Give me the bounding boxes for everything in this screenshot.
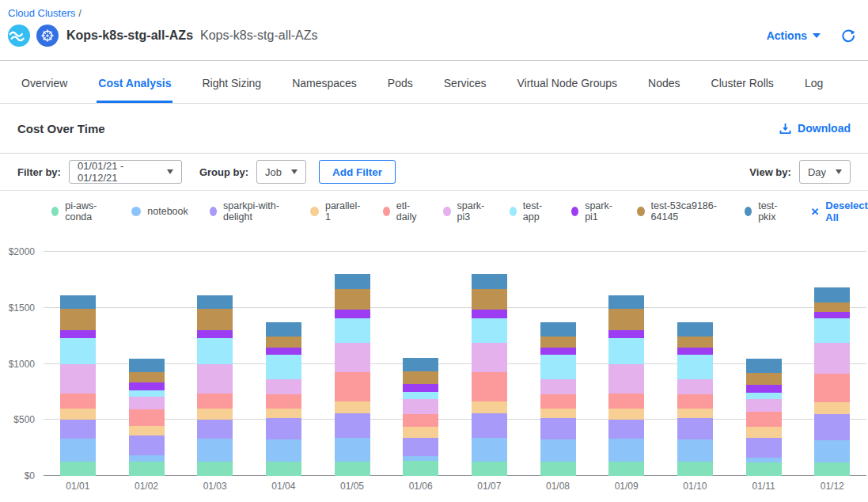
add-filter-button[interactable]: Add Filter bbox=[319, 160, 396, 184]
bar-segment-parallel-1[interactable] bbox=[60, 409, 96, 419]
bar-segment-test-app[interactable] bbox=[197, 338, 233, 364]
bar-segment-spark-pi1[interactable] bbox=[472, 310, 507, 318]
tab-virtual-node-groups[interactable]: Virtual Node Groups bbox=[515, 77, 619, 103]
bar-segment-spark-pi3[interactable] bbox=[335, 343, 370, 372]
stacked-bar-01/07[interactable] bbox=[472, 274, 507, 476]
bar-segment-spark-pi3[interactable] bbox=[129, 397, 165, 409]
bar-segment-spark-pi1[interactable] bbox=[335, 310, 370, 318]
bar-segment-spark-pi3[interactable] bbox=[608, 364, 644, 394]
bar-segment-test-53ca9186-64145[interactable] bbox=[335, 289, 370, 309]
bar-segment-etl-daily[interactable] bbox=[472, 372, 507, 401]
bar-segment-test-53ca9186-64145[interactable] bbox=[266, 337, 301, 348]
bar-segment-sparkpi-with-delight[interactable] bbox=[129, 435, 165, 455]
bar-segment-sparkpi-with-delight[interactable] bbox=[266, 418, 301, 439]
bar-segment-spark-pi3[interactable] bbox=[677, 379, 713, 394]
stacked-bar-01/02[interactable] bbox=[129, 359, 165, 476]
bar-segment-notebook[interactable] bbox=[608, 439, 644, 462]
bar-segment-test-53ca9186-64145[interactable] bbox=[197, 309, 233, 331]
legend-item-notebook[interactable]: notebook bbox=[131, 206, 188, 217]
bar-segment-spark-pi3[interactable] bbox=[197, 364, 233, 394]
stacked-bar-01/08[interactable] bbox=[540, 322, 576, 477]
stacked-bar-01/12[interactable] bbox=[814, 287, 850, 476]
stacked-bar-01/04[interactable] bbox=[266, 322, 301, 477]
bar-segment-pi-aws-conda[interactable] bbox=[129, 462, 165, 476]
group-by-select[interactable]: Job bbox=[256, 160, 306, 184]
breadcrumb-cloud-clusters-link[interactable]: Cloud Clusters bbox=[8, 7, 75, 19]
bar-segment-test-pkix[interactable] bbox=[540, 322, 576, 337]
bar-segment-test-app[interactable] bbox=[608, 338, 644, 364]
bar-segment-spark-pi3[interactable] bbox=[540, 379, 576, 394]
bar-segment-etl-daily[interactable] bbox=[60, 394, 96, 409]
bar-segment-notebook[interactable] bbox=[540, 439, 576, 462]
bar-segment-spark-pi1[interactable] bbox=[677, 348, 713, 355]
bar-segment-notebook[interactable] bbox=[677, 439, 713, 462]
legend-item-parallel-1[interactable]: parallel-1 bbox=[310, 200, 361, 222]
bar-segment-pi-aws-conda[interactable] bbox=[472, 462, 507, 476]
bar-segment-parallel-1[interactable] bbox=[129, 426, 165, 435]
bar-segment-test-app[interactable] bbox=[266, 355, 301, 379]
bar-segment-parallel-1[interactable] bbox=[197, 409, 233, 419]
legend-item-spark-pi3[interactable]: spark-pi3 bbox=[443, 200, 487, 222]
bar-segment-test-app[interactable] bbox=[403, 392, 438, 399]
legend-item-etl-daily[interactable]: etl-daily bbox=[383, 200, 423, 222]
stacked-bar-01/11[interactable] bbox=[746, 359, 782, 477]
stacked-bar-01/06[interactable] bbox=[403, 358, 438, 476]
actions-button[interactable]: Actions bbox=[767, 29, 821, 42]
bar-segment-spark-pi1[interactable] bbox=[197, 330, 233, 338]
bar-segment-pi-aws-conda[interactable] bbox=[677, 462, 713, 476]
bar-segment-spark-pi3[interactable] bbox=[746, 399, 782, 412]
deselect-all-button[interactable]: ✕Deselect All bbox=[810, 200, 868, 223]
tab-cost-analysis[interactable]: Cost Analysis bbox=[97, 77, 172, 103]
bar-segment-notebook[interactable] bbox=[129, 455, 165, 462]
bar-segment-notebook[interactable] bbox=[335, 438, 370, 462]
bar-segment-etl-daily[interactable] bbox=[197, 394, 233, 409]
bar-segment-test-app[interactable] bbox=[472, 318, 507, 343]
bar-segment-parallel-1[interactable] bbox=[814, 402, 850, 413]
bar-segment-parallel-1[interactable] bbox=[746, 427, 782, 438]
bar-segment-test-pkix[interactable] bbox=[129, 359, 165, 372]
bar-segment-test-53ca9186-64145[interactable] bbox=[472, 289, 507, 309]
bar-segment-sparkpi-with-delight[interactable] bbox=[540, 418, 576, 439]
bar-segment-spark-pi1[interactable] bbox=[540, 348, 576, 355]
bar-segment-test-app[interactable] bbox=[746, 393, 782, 399]
bar-segment-pi-aws-conda[interactable] bbox=[60, 462, 96, 476]
bar-segment-test-53ca9186-64145[interactable] bbox=[129, 372, 165, 382]
bar-segment-test-53ca9186-64145[interactable] bbox=[60, 309, 96, 331]
bar-segment-notebook[interactable] bbox=[814, 440, 850, 462]
bar-segment-parallel-1[interactable] bbox=[266, 409, 301, 418]
bar-segment-test-53ca9186-64145[interactable] bbox=[746, 373, 782, 386]
bar-segment-test-app[interactable] bbox=[129, 390, 165, 397]
legend-item-test-app[interactable]: test-app bbox=[510, 200, 550, 222]
tab-services[interactable]: Services bbox=[442, 77, 488, 103]
bar-segment-test-pkix[interactable] bbox=[814, 287, 850, 302]
bar-segment-etl-daily[interactable] bbox=[403, 414, 438, 427]
bar-segment-etl-daily[interactable] bbox=[266, 394, 301, 409]
legend-item-test-53ca9186-64145[interactable]: test-53ca9186-64145 bbox=[637, 200, 723, 222]
bar-segment-pi-aws-conda[interactable] bbox=[540, 462, 576, 476]
bar-segment-pi-aws-conda[interactable] bbox=[746, 462, 782, 476]
download-button[interactable]: Download bbox=[779, 122, 851, 135]
bar-segment-etl-daily[interactable] bbox=[814, 374, 850, 403]
bar-segment-notebook[interactable] bbox=[60, 439, 96, 462]
bar-segment-spark-pi1[interactable] bbox=[266, 348, 301, 355]
tab-log[interactable]: Log bbox=[803, 77, 824, 103]
bar-segment-pi-aws-conda[interactable] bbox=[266, 462, 301, 476]
tab-right-sizing[interactable]: Right Sizing bbox=[200, 77, 263, 103]
bar-segment-test-pkix[interactable] bbox=[677, 322, 713, 337]
bar-segment-parallel-1[interactable] bbox=[608, 409, 644, 419]
tab-pods[interactable]: Pods bbox=[386, 77, 415, 103]
bar-segment-spark-pi1[interactable] bbox=[129, 382, 165, 390]
bar-segment-notebook[interactable] bbox=[472, 438, 507, 462]
stacked-bar-01/09[interactable] bbox=[608, 295, 644, 476]
bar-segment-test-53ca9186-64145[interactable] bbox=[403, 371, 438, 384]
bar-segment-etl-daily[interactable] bbox=[540, 394, 576, 409]
bar-segment-spark-pi3[interactable] bbox=[266, 379, 301, 394]
bar-segment-spark-pi1[interactable] bbox=[608, 330, 644, 338]
stacked-bar-01/05[interactable] bbox=[335, 274, 370, 476]
bar-segment-sparkpi-with-delight[interactable] bbox=[403, 438, 438, 456]
bar-segment-test-app[interactable] bbox=[814, 318, 850, 343]
tab-overview[interactable]: Overview bbox=[20, 77, 69, 103]
stacked-bar-01/10[interactable] bbox=[677, 322, 713, 477]
bar-segment-sparkpi-with-delight[interactable] bbox=[746, 438, 782, 458]
bar-segment-parallel-1[interactable] bbox=[540, 409, 576, 418]
